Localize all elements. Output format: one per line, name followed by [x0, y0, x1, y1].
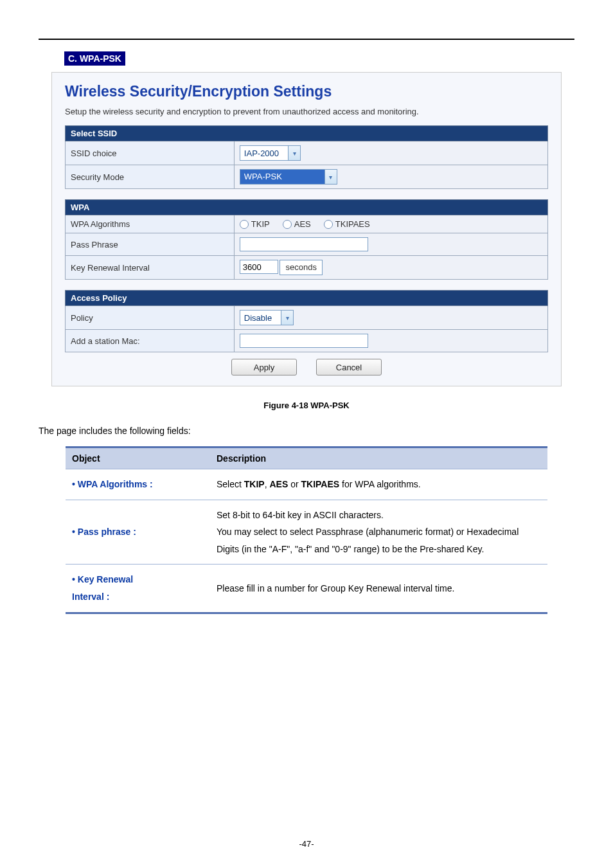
table-row: WPA Algorithms : Select TKIP, AES or TKI…: [66, 469, 547, 500]
key-renewal-cell: seconds: [234, 256, 547, 280]
wpa-table: WPA WPA Algorithms TKIP AES: [65, 199, 548, 280]
security-mode-label: Security Mode: [66, 165, 235, 189]
desc-text-keyren: Please fill in a number for Group Key Re…: [210, 565, 547, 613]
wpa-tkipaes-label: TKIPAES: [335, 219, 370, 229]
add-station-label: Add a station Mac:: [66, 330, 235, 352]
chevron-down-icon: ▾: [281, 311, 293, 325]
apply-button[interactable]: Apply: [231, 359, 297, 375]
settings-panel: Wireless Security/Encryption Settings Se…: [51, 72, 562, 386]
add-station-cell: [234, 330, 547, 352]
access-policy-table: Access Policy Policy Disable ▾ Add a sta…: [65, 290, 548, 352]
table-row: Key Renewal Interval : Please fill in a …: [66, 565, 547, 613]
desc-text-wpa: Select TKIP, AES or TKIPAES for WPA algo…: [210, 469, 547, 500]
ssid-choice-label: SSID choice: [66, 141, 235, 165]
figure-caption: Figure 4-18 WPA-PSK: [39, 401, 574, 410]
pass-phrase-input[interactable]: [240, 237, 368, 251]
chevron-down-icon: ▾: [288, 146, 300, 160]
ssid-choice-value: IAP-2000: [240, 149, 288, 158]
desc-text-pass: Set 8-bit to 64-bit key in ASCII charact…: [210, 500, 547, 565]
radio-icon: [240, 220, 249, 229]
wpa-aes-radio[interactable]: AES: [283, 219, 311, 229]
select-ssid-table: Select SSID SSID choice IAP-2000 ▾ Secur…: [65, 125, 548, 189]
description-table: Object Description WPA Algorithms : Sele…: [66, 446, 547, 614]
cancel-button[interactable]: Cancel: [316, 359, 382, 375]
pass-phrase-cell: [234, 233, 547, 256]
desc-header-description: Description: [210, 448, 547, 469]
add-station-input[interactable]: [240, 334, 368, 348]
policy-select[interactable]: Disable ▾: [240, 310, 294, 325]
chevron-down-icon: ▾: [324, 170, 337, 184]
key-renewal-input[interactable]: [240, 260, 278, 274]
top-rule: [39, 39, 574, 40]
desc-object-keyren: Key Renewal Interval :: [66, 565, 210, 613]
key-renewal-label: Key Renewal Interval: [66, 256, 235, 280]
panel-title: Wireless Security/Encryption Settings: [65, 83, 548, 100]
radio-icon: [283, 220, 292, 229]
policy-label: Policy: [66, 306, 235, 330]
wpa-header: WPA: [66, 200, 548, 215]
access-policy-header: Access Policy: [66, 291, 548, 306]
desc-header-object: Object: [66, 448, 210, 469]
policy-value: Disable: [240, 313, 281, 323]
key-renewal-unit: seconds: [280, 260, 322, 275]
desc-object-pass: Pass phrase :: [66, 500, 210, 565]
page: C. WPA-PSK Wireless Security/Encryption …: [0, 0, 613, 868]
ssid-choice-select[interactable]: IAP-2000 ▾: [240, 145, 301, 161]
wpa-algorithms-cell: TKIP AES TKIPAES: [234, 215, 547, 233]
page-number: -47-: [0, 839, 613, 849]
wpa-aes-label: AES: [294, 219, 311, 229]
security-mode-cell: WPA-PSK ▾: [234, 165, 547, 189]
table-row: Pass phrase : Set 8-bit to 64-bit key in…: [66, 500, 547, 565]
policy-cell: Disable ▾: [234, 306, 547, 330]
security-mode-select[interactable]: WPA-PSK ▾: [240, 169, 337, 185]
section-tag: C. WPA-PSK: [64, 51, 125, 66]
wpa-tkip-radio[interactable]: TKIP: [240, 219, 270, 229]
intro-text: The page includes the following fields:: [39, 426, 574, 436]
wpa-algorithms-label: WPA Algorithms: [66, 215, 235, 233]
security-mode-value: WPA-PSK: [240, 170, 324, 184]
ssid-choice-cell: IAP-2000 ▾: [234, 141, 547, 165]
wpa-tkipaes-radio[interactable]: TKIPAES: [324, 219, 370, 229]
pass-phrase-label: Pass Phrase: [66, 233, 235, 256]
panel-subtitle: Setup the wireless security and encrypti…: [65, 107, 548, 116]
button-row: Apply Cancel: [65, 359, 548, 375]
desc-object-wpa: WPA Algorithms :: [66, 469, 210, 500]
select-ssid-header: Select SSID: [66, 126, 548, 141]
radio-icon: [324, 220, 333, 229]
wpa-tkip-label: TKIP: [251, 219, 270, 229]
